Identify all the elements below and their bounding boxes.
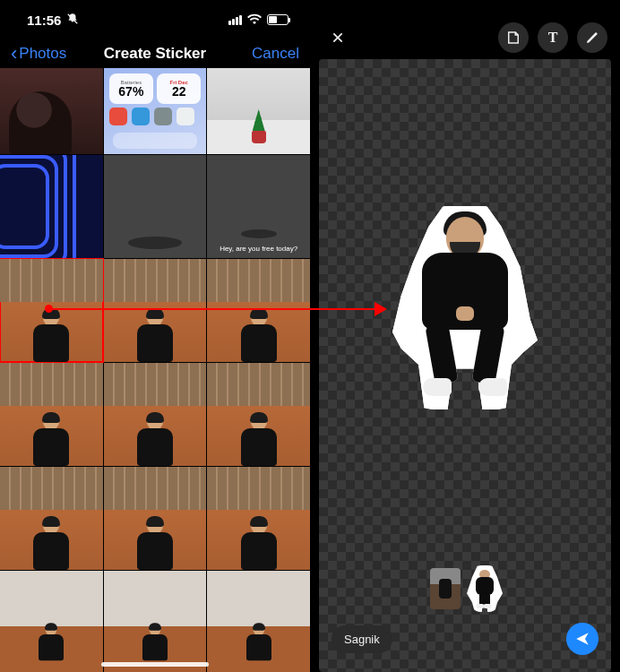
grid-thumb[interactable] [207,363,310,466]
back-label: Photos [19,45,66,63]
status-bar: 11:56 [0,0,310,39]
photo-grid[interactable]: Batteries67% Fri Dec 22 Hey, are you [0,68,310,672]
editor-toolbar: T [310,0,620,50]
grid-thumb[interactable] [207,571,310,672]
recipient-chip[interactable]: Sagnik [332,625,392,653]
battery-pct: 67% [118,85,143,98]
cal-day: 22 [172,85,186,98]
draw-tool-button[interactable] [577,22,607,53]
page-title: Create Sticker [104,45,206,63]
annotation-arrow-head [375,302,387,316]
tray-item-original[interactable] [430,568,461,609]
grid-thumb[interactable] [104,571,207,672]
grid-thumb[interactable]: Hey, are you free today? [207,155,310,258]
grid-thumb[interactable] [207,259,310,362]
grid-thumb[interactable] [0,467,103,570]
nav-bar: ‹ Photos Create Sticker Cancel [0,39,310,68]
home-indicator[interactable] [101,662,209,667]
back-button[interactable]: ‹ Photos [11,42,66,65]
sticker-editor-screen: T [310,0,620,672]
editor-bottom-bar: Sagnik [332,622,598,656]
cellular-signal-icon [228,15,242,25]
grid-thumb[interactable] [207,467,310,570]
grid-thumb[interactable] [104,467,207,570]
sticker-outline-button[interactable] [498,22,529,53]
grid-thumb[interactable]: Batteries67% Fri Dec 22 [104,68,207,154]
grid-thumb[interactable] [104,259,207,362]
tray-item-cutout[interactable] [469,568,500,609]
sticker-tray [430,568,500,609]
grid-thumb[interactable] [207,68,310,154]
thumb-caption: Hey, are you free today? [207,245,310,253]
bell-slash-icon [66,13,79,28]
sticker-cutout[interactable] [398,211,532,404]
wifi-icon [247,13,262,27]
status-time: 11:56 [27,13,61,28]
photo-picker-screen: 11:56 ‹ Photos Create Sticker Cancel [0,0,310,672]
grid-thumb[interactable] [0,155,103,258]
grid-thumb[interactable] [104,363,207,466]
grid-thumb[interactable] [0,571,103,672]
text-tool-button[interactable]: T [538,22,568,53]
text-tool-glyph: T [548,30,558,46]
editor-canvas[interactable]: Sagnik [319,59,611,672]
annotation-arrow-line [48,308,376,310]
grid-thumb[interactable] [0,363,103,466]
close-button[interactable] [323,22,353,53]
send-button[interactable] [566,623,598,655]
chevron-left-icon: ‹ [11,42,17,65]
grid-thumb[interactable] [0,68,103,154]
cancel-button[interactable]: Cancel [252,45,299,63]
grid-thumb[interactable] [104,155,207,258]
battery-icon [267,14,288,25]
